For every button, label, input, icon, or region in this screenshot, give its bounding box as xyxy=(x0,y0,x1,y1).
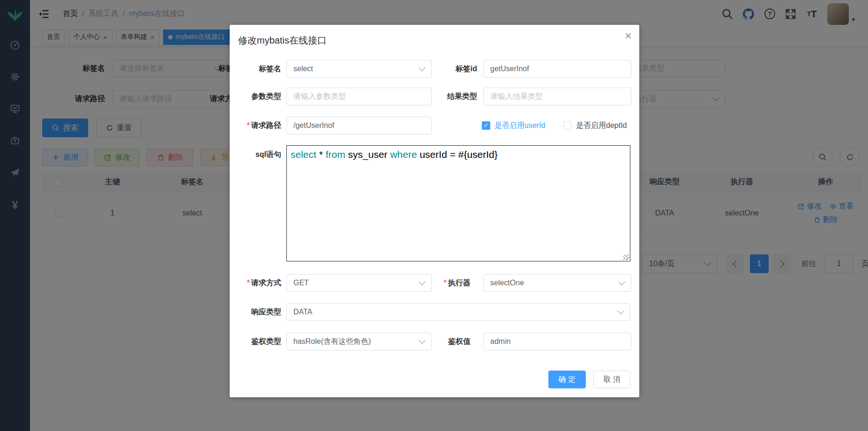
result-type-input[interactable] xyxy=(483,88,631,105)
enable-deptid-checkbox[interactable]: 是否启用deptId xyxy=(563,117,627,134)
cancel-button[interactable]: 取 消 xyxy=(593,371,630,388)
confirm-button[interactable]: 确 定 xyxy=(548,371,586,388)
app-screen: ¥ 首页 / 系统工具 / mybatis在线接口 ? xyxy=(0,0,868,431)
dialog-title: 修改mybatis在线接口 xyxy=(238,34,327,47)
method-select[interactable]: GET xyxy=(286,274,432,292)
path-label: *请求路径 xyxy=(230,117,281,134)
chevron-down-icon xyxy=(617,307,625,315)
path-input[interactable] xyxy=(286,117,432,134)
enable-userid-checkbox[interactable]: ✓ 是否启用userId xyxy=(482,117,545,134)
executor-select[interactable]: selectOne xyxy=(483,274,631,292)
tag-id-input[interactable] xyxy=(483,60,631,78)
tag-id-label: 标签id xyxy=(421,60,477,78)
resize-handle[interactable] xyxy=(623,254,629,260)
sql-editor[interactable]: select * from sys_user where userId = #{… xyxy=(286,145,630,261)
auth-value-label: 鉴权值 xyxy=(414,333,471,350)
edit-mybatis-dialog: 修改mybatis在线接口 × 标签名 select 标签id 参数类型 结果类… xyxy=(230,25,639,397)
sql-label: sql语句 xyxy=(230,146,281,163)
result-type-label: 结果类型 xyxy=(421,88,477,105)
auth-type-select[interactable]: hasRole(含有这些角色) xyxy=(286,333,432,350)
method-label: *请求方式 xyxy=(230,274,281,292)
param-type-label: 参数类型 xyxy=(230,88,281,105)
chevron-down-icon xyxy=(618,278,626,286)
tag-name-select[interactable]: select xyxy=(286,60,432,78)
checkbox-checked-icon: ✓ xyxy=(482,121,490,130)
close-icon[interactable]: × xyxy=(625,30,632,42)
auth-value-input[interactable] xyxy=(483,333,631,350)
param-type-input[interactable] xyxy=(286,88,432,105)
response-type-label: 响应类型 xyxy=(230,303,281,321)
auth-type-label: 鉴权类型 xyxy=(230,333,281,350)
tag-name-label: 标签名 xyxy=(230,60,281,78)
checkbox-unchecked-icon xyxy=(563,121,572,130)
executor-label: *执行器 xyxy=(414,274,471,292)
response-type-select[interactable]: DATA xyxy=(286,303,630,321)
